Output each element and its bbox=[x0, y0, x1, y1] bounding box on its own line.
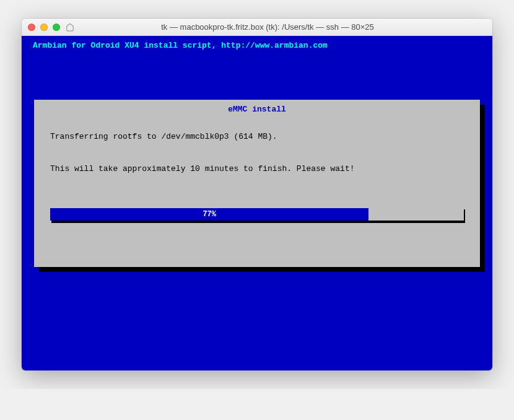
dialog-line-1: Transferring rootfs to /dev/mmcblk0p3 (6… bbox=[50, 129, 464, 145]
progress-bar: 77% bbox=[50, 208, 464, 221]
close-button[interactable] bbox=[28, 24, 35, 31]
dialog-message: Transferring rootfs to /dev/mmcblk0p3 (6… bbox=[45, 129, 469, 177]
dialog-title: eMMC install bbox=[45, 105, 469, 114]
window-title: tk — macbookpro-tk.fritz.box (tk): /User… bbox=[49, 22, 486, 32]
progress-label: 77% bbox=[203, 210, 216, 219]
dialog-container: eMMC install Transferring rootfs to /dev… bbox=[34, 100, 480, 267]
window-titlebar[interactable]: tk — macbookpro-tk.fritz.box (tk): /User… bbox=[22, 19, 492, 36]
terminal-window: tk — macbookpro-tk.fritz.box (tk): /User… bbox=[22, 19, 492, 370]
minimize-button[interactable] bbox=[40, 24, 48, 31]
install-dialog: eMMC install Transferring rootfs to /dev… bbox=[34, 100, 480, 267]
dialog-line-2: This will take approximately 10 minutes … bbox=[50, 161, 464, 177]
progress-container: 77% bbox=[50, 208, 464, 222]
script-header: Armbian for Odroid XU4 install script, h… bbox=[28, 41, 486, 50]
terminal-content[interactable]: Armbian for Odroid XU4 install script, h… bbox=[22, 36, 492, 370]
progress-fill: 77% bbox=[50, 208, 368, 221]
